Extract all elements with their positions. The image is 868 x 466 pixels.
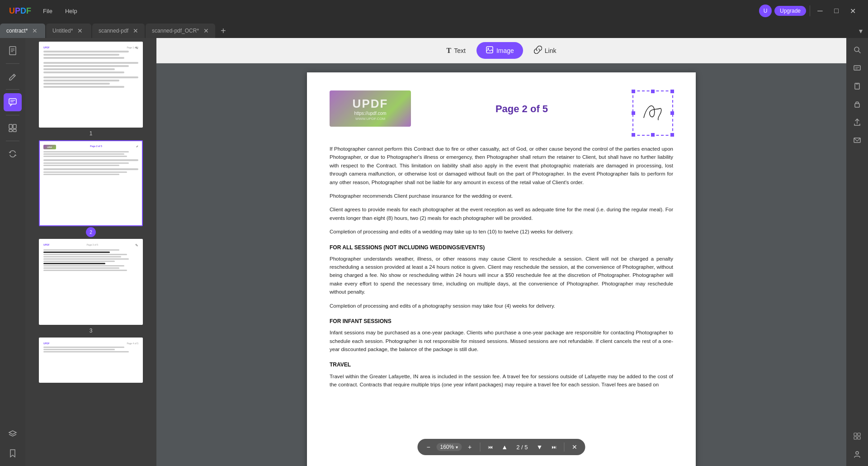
signature-handle-tm[interactable]: [651, 90, 655, 93]
tab-scanned-close[interactable]: ✕: [133, 27, 138, 34]
signature-handle-mr[interactable]: [670, 111, 674, 115]
new-tab-button[interactable]: +: [216, 24, 231, 38]
image-tool-button[interactable]: Image: [476, 42, 523, 59]
zoom-chevron[interactable]: ▾: [456, 445, 458, 450]
doc-section-infant-title: FOR INFANT SESSIONS: [330, 317, 673, 326]
close-pagination-button[interactable]: ✕: [568, 441, 581, 453]
right-icon-lock[interactable]: [849, 96, 865, 112]
doc-logo-url: https://updf.com: [354, 111, 386, 116]
svg-rect-5: [9, 99, 16, 104]
tab-scanned-ocr-close[interactable]: ✕: [203, 27, 209, 34]
zoom-in-button[interactable]: +: [463, 441, 476, 453]
doc-para-1: If Photographer cannot perform this Cont…: [330, 145, 673, 186]
next-page-button[interactable]: ▼: [533, 441, 546, 453]
zoom-out-button[interactable]: −: [422, 441, 434, 453]
text-tool-button[interactable]: T Text: [438, 43, 475, 58]
sidebar-icon-pages[interactable]: [4, 42, 22, 60]
toolbar: T Text Image: [156, 38, 846, 63]
doc-para-2: Photographer recommends Client purchase …: [330, 192, 673, 200]
upgrade-button[interactable]: U Upgrade: [759, 5, 806, 17]
right-icon-clipboard[interactable]: [849, 78, 865, 94]
sidebar-divider-1: [6, 63, 19, 64]
maximize-button[interactable]: □: [830, 5, 843, 17]
tab-contract-close[interactable]: ✕: [32, 27, 38, 34]
thumbnail-page-3[interactable]: UPDF Page 3 of 5 ✎ 3: [29, 239, 153, 334]
svg-rect-10: [9, 129, 12, 132]
zoom-value: 160%: [440, 444, 454, 450]
close-button[interactable]: ✕: [846, 5, 859, 17]
svg-rect-24: [854, 437, 857, 439]
doc-section-all-sessions-completion: Completion of processing and edits of a …: [330, 302, 673, 310]
sidebar-divider-4: [6, 141, 19, 141]
svg-rect-8: [9, 124, 12, 128]
thumbnail-panel: UPDF Page 1 of 5 ✎ 1: [25, 38, 156, 466]
svg-rect-23: [858, 433, 860, 436]
doc-section-all-sessions-title: FOR ALL SESSIONS (NOT INCLUDING WEDDINGS…: [330, 243, 673, 252]
svg-rect-25: [858, 437, 860, 439]
menu-help[interactable]: Help: [59, 0, 84, 22]
doc-logo-text: UPDF: [353, 97, 388, 111]
sidebar-icon-bookmark[interactable]: [4, 444, 22, 462]
doc-body: If Photographer cannot perform this Cont…: [330, 145, 673, 389]
svg-rect-12: [486, 47, 493, 53]
first-page-button[interactable]: ⏮: [484, 441, 496, 453]
last-page-button[interactable]: ⏭: [548, 441, 561, 453]
right-icon-search[interactable]: [849, 42, 865, 58]
menu-file[interactable]: File: [37, 0, 59, 22]
doc-page-title: Page 2 of 5: [411, 90, 632, 115]
doc-signature-box[interactable]: [632, 90, 673, 136]
signature-handle-tl[interactable]: [632, 90, 635, 93]
thumbnail-page-2[interactable]: UPDF Page 2 of 5 ✐ 2 2: [29, 140, 153, 235]
prev-page-button[interactable]: ▲: [498, 441, 511, 453]
link-tool-icon: [534, 46, 542, 55]
svg-rect-22: [854, 433, 857, 436]
top-bar: UPDF File Help U Upgrade ─ □ ✕: [0, 0, 868, 22]
sidebar-icon-convert[interactable]: [4, 145, 22, 163]
doc-para-3: Client agrees to provide meals for each …: [330, 205, 673, 222]
tab-untitled[interactable]: Untitled* ✕: [46, 24, 91, 38]
doc-section-travel-body: Travel within the Greater Lafayette, IN …: [330, 372, 673, 389]
tab-untitled-close[interactable]: ✕: [77, 27, 83, 34]
doc-section-all-sessions-body: Photographer understands weather, illnes…: [330, 255, 673, 296]
sidebar-icon-layers[interactable]: [4, 424, 22, 442]
sidebar-icon-comment[interactable]: [4, 93, 22, 111]
tabs-bar: contract* ✕ Untitled* ✕ scanned-pdf ✕ sc…: [0, 22, 868, 38]
svg-line-15: [859, 51, 860, 53]
doc-viewer[interactable]: UPDF https://updf.com WWW.UPDF.COM Page …: [156, 63, 846, 466]
sidebar-icon-edit[interactable]: [4, 67, 22, 86]
thumbnail-page-1[interactable]: UPDF Page 1 of 5 ✎ 1: [29, 42, 153, 137]
signature-handle-bl[interactable]: [632, 133, 635, 137]
image-tool-icon: [486, 46, 494, 55]
main-layout: › UPDF Page 1 of 5 ✎: [0, 38, 868, 466]
thumbnail-page-4[interactable]: UPDF Page 4 of 5: [29, 338, 153, 383]
signature-handle-br[interactable]: [670, 133, 674, 137]
tab-scanned-ocr[interactable]: scanned-pdf_OCR* ✕: [146, 24, 215, 38]
text-tool-icon: T: [447, 47, 452, 55]
upgrade-btn[interactable]: Upgrade: [774, 6, 806, 16]
tab-scanned-pdf[interactable]: scanned-pdf ✕: [92, 24, 145, 38]
right-icon-grid[interactable]: [849, 428, 865, 444]
link-tool-button[interactable]: Link: [525, 42, 566, 59]
image-tool-label: Image: [496, 47, 514, 54]
right-icon-mail[interactable]: [849, 132, 865, 148]
page-indicator: 2 / 5: [513, 444, 531, 451]
left-sidebar: ›: [0, 38, 25, 466]
doc-page-header: UPDF https://updf.com WWW.UPDF.COM Page …: [330, 90, 673, 136]
signature-handle-tr[interactable]: [670, 90, 674, 93]
right-icon-upload[interactable]: [849, 114, 865, 130]
right-icon-ocr[interactable]: [849, 60, 865, 76]
minimize-button[interactable]: ─: [814, 5, 826, 17]
signature-handle-bm[interactable]: [651, 133, 655, 137]
right-sidebar: [846, 38, 868, 466]
tabs-chevron[interactable]: ▾: [854, 24, 868, 38]
signature-handle-ml[interactable]: [632, 111, 635, 115]
doc-para-4: Completion of processing and edits of a …: [330, 228, 673, 236]
tab-contract[interactable]: contract* ✕: [0, 24, 45, 38]
text-tool-label: Text: [454, 47, 466, 54]
svg-rect-16: [854, 66, 860, 70]
zoom-level-display[interactable]: 160% ▾: [436, 443, 462, 451]
doc-section-infant-body: Infant sessions may be purchased as a on…: [330, 328, 673, 353]
doc-logo-www: WWW.UPDF.COM: [355, 117, 385, 121]
sidebar-icon-organize[interactable]: [4, 119, 22, 137]
right-icon-user[interactable]: [849, 446, 865, 462]
